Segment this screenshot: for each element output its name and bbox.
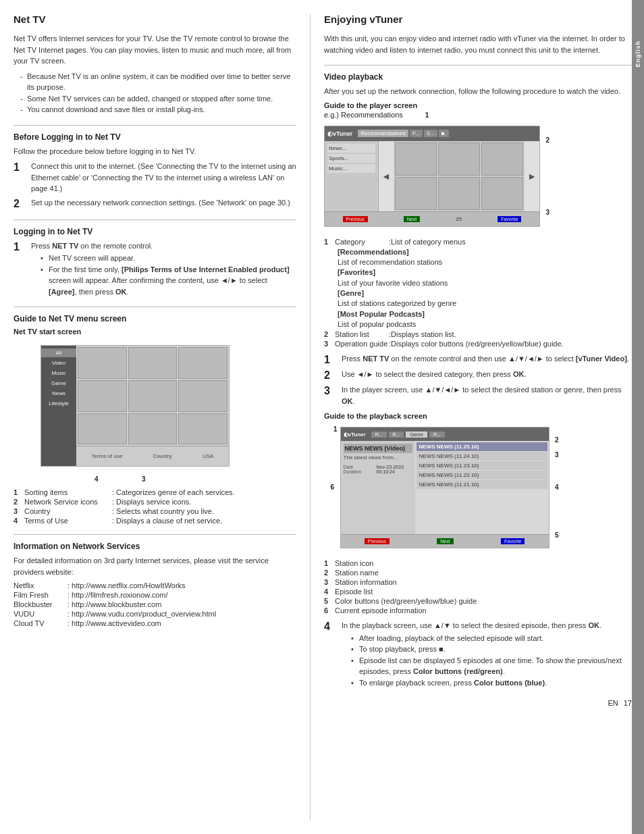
step-content-2: Set up the necessary network connection … xyxy=(31,197,296,209)
btn-favorite[interactable]: Favorite xyxy=(498,216,521,222)
pb-leg-1: 1 Station icon xyxy=(324,559,632,567)
pb-btn-previous[interactable]: Previous xyxy=(365,538,390,544)
pb-tabs: R... R... Genre R... xyxy=(371,432,445,438)
divider-2 xyxy=(14,219,296,220)
service-cloudtv: Cloud TV : http://www.activevideo.com xyxy=(14,619,296,627)
page-num: 17 xyxy=(624,699,632,707)
pb-label-6: 6 xyxy=(331,484,335,491)
grid-cell-6 xyxy=(178,380,227,412)
cat-recommendations-desc: List of recommendation stations xyxy=(335,257,632,267)
pb-step-4: 4 In the playback screen, use ▲/▼ to sel… xyxy=(324,620,632,688)
sidebar-all: All xyxy=(41,348,76,357)
pb-station-name: NEWS NEWS (Video) xyxy=(344,444,412,453)
grid-cell-7 xyxy=(78,413,127,445)
pb-bottom-bar: Previous Next Favorite xyxy=(341,534,549,548)
login-step-num-1: 1 xyxy=(14,240,27,253)
vstep-1: 1 Press NET TV on the remote control and… xyxy=(324,353,632,366)
pb-leg-desc-2: Station name xyxy=(335,569,379,577)
cat-favorites: [Favorites] xyxy=(335,267,632,278)
step-num-1: 1 xyxy=(14,161,27,174)
player-legend-cat: 1 Category :List of category menus xyxy=(324,238,632,246)
vtuner-screen-wrapper: ◐vTuner Recommendations F... S... ■. New… xyxy=(324,122,540,231)
left-arrow-icon: ◄ xyxy=(379,141,394,211)
legend-desc-3: : Selects what country you live. xyxy=(112,507,214,515)
pb-episode-5[interactable]: NEWS NEWS (11.21.10) xyxy=(417,480,547,489)
right-title: Enjoying vTuner xyxy=(324,14,632,28)
pb-episode-3[interactable]: NEWS NEWS (11.23.10) xyxy=(417,461,547,470)
sidebar-lifestyle: Lifestyle xyxy=(41,399,76,408)
pb-info-table: Date Nov-23-2010 Duration 00:10:24 xyxy=(344,465,412,474)
service-name-filmfresh: Film Fresh xyxy=(14,591,68,599)
tab-genre-s[interactable]: S... xyxy=(424,130,437,137)
vstep-num-3: 3 xyxy=(324,384,338,397)
right-intro: With this unit, you can enjoy video and … xyxy=(324,33,632,55)
tab-most[interactable]: ■. xyxy=(439,130,449,137)
vtuner-screen: ◐vTuner Recommendations F... S... ■. New… xyxy=(324,126,540,227)
service-name-netflix: Netflix xyxy=(14,581,68,590)
service-url-vudu: : http://www.vudu.com/product_overview.h… xyxy=(68,610,216,618)
player-legend-3: 3 Operation guide :Displays color button… xyxy=(324,340,632,348)
before-login-title: Before Logging in to Net TV xyxy=(14,132,296,142)
page-footer: EN 17 xyxy=(324,699,632,707)
pb-tab-1[interactable]: R... xyxy=(371,432,387,438)
vstep-num-2: 2 xyxy=(324,369,338,382)
vscreen-label-3: 3 xyxy=(545,209,549,216)
pb-leg-3: 3 Station information xyxy=(324,578,632,586)
legend-num-4: 4 xyxy=(14,517,24,525)
btn-previous[interactable]: Previous xyxy=(343,216,368,222)
video-playback-title: Video playback xyxy=(324,72,632,82)
login-step-content-1: Press NET TV on the remote control. xyxy=(31,242,153,250)
net-tv-screen-wrapper: All Video Music Game News Lifestyle xyxy=(27,340,230,472)
left-title: Net TV xyxy=(14,14,296,28)
terms-of-use-label: Terms of use xyxy=(92,453,123,459)
pb-duration-row: Duration 00:10:24 xyxy=(344,469,412,474)
vstep-content-3: In the player screen, use ▲/▼/◄/► to sel… xyxy=(342,384,632,407)
btn-next[interactable]: Next xyxy=(404,216,420,222)
vgrid-6 xyxy=(481,177,523,210)
station-news: News... xyxy=(327,144,375,153)
video-playback-intro: After you set up the network connection,… xyxy=(324,86,632,97)
pb-leg-5: 5 Color buttons (red/green/yellow/blue) … xyxy=(324,597,632,605)
pb-episode-4[interactable]: NEWS NEWS (11.22.10) xyxy=(417,471,547,479)
bullet-item-2: Some Net TV services can be added, chang… xyxy=(20,93,296,105)
pb-tab-genre[interactable]: Genre xyxy=(406,432,427,438)
service-url-netflix: : http://www.netflix.com/HowItWorks xyxy=(68,581,186,590)
service-blockbuster: Blockbuster : http://www.blockbuster.com xyxy=(14,600,296,608)
vtuner-logo: ◐vTuner xyxy=(327,130,352,137)
net-tv-grid xyxy=(76,346,229,446)
before-login-steps: 1 Connect this unit to the internet. (Se… xyxy=(14,161,296,210)
right-arrow-icon: ► xyxy=(525,141,539,211)
net-tv-sidebar: All Video Music Game News Lifestyle xyxy=(41,346,76,466)
pb-episode-1[interactable]: NEWS NEWS (11.25.10) xyxy=(417,442,547,451)
logging-in-steps: 1 Press NET TV on the remote control. Ne… xyxy=(14,240,296,298)
right-column: Enjoying vTuner With this unit, you can … xyxy=(311,14,632,820)
pb-tab-2[interactable]: R... xyxy=(389,432,404,438)
pb-btn-favorite[interactable]: Favorite xyxy=(501,538,525,544)
pb-wrapper: ◐vTuner R... R... Genre R... NEWS NEWS (… xyxy=(340,423,549,552)
divider-4 xyxy=(14,534,296,535)
sidebar-news: News xyxy=(41,389,76,398)
pb-station-desc: The latest news from... xyxy=(344,454,412,461)
pb-btn-next[interactable]: Next xyxy=(437,538,453,544)
grid-cell-2 xyxy=(128,347,178,379)
en-label: EN xyxy=(608,699,618,707)
before-login-intro: Follow the procedure below before loggin… xyxy=(14,146,296,157)
country-label: Country xyxy=(153,453,172,459)
pb-episode-2[interactable]: NEWS NEWS (11.24.10) xyxy=(417,452,547,461)
pb-leg-desc-6: Current episode information xyxy=(335,606,427,615)
pb-step-num-4: 4 xyxy=(324,620,338,633)
pb-label-5: 5 xyxy=(555,531,559,539)
page-count: 25 xyxy=(456,216,462,222)
station-sports: Sports... xyxy=(327,154,375,163)
pb-tab-3[interactable]: R... xyxy=(429,432,445,438)
legend-row-3: 3 Country : Selects what country you liv… xyxy=(14,507,296,515)
tab-recommendations[interactable]: Recommendations xyxy=(358,130,408,137)
pleg-num-1: 1 xyxy=(324,238,335,246)
pb-leg-num-3: 3 xyxy=(324,578,335,586)
guide-player-label: Guide to the player screen xyxy=(324,101,632,109)
cat-favorites-desc: List of your favorite video stations xyxy=(335,278,632,288)
sidebar-game: Game xyxy=(41,379,76,388)
legend-row-1: 1 Sorting items : Categorizes genre of e… xyxy=(14,488,296,496)
tab-fav[interactable]: F... xyxy=(410,130,423,137)
legend-row-2: 2 Network Service icons : Displays servi… xyxy=(14,498,296,506)
